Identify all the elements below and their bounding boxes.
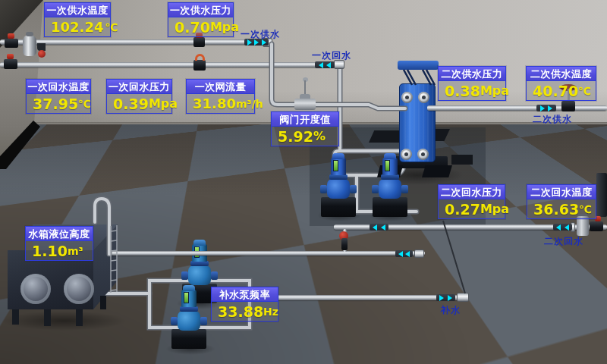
box-unit: m³/h xyxy=(236,98,263,110)
data-box-primary-flow: 一次网流量 31.80m³/h xyxy=(186,79,255,114)
flow-arrows xyxy=(370,224,388,231)
data-box-secondary-supply-temp: 二次供水温度 40.70℃ xyxy=(526,66,596,101)
box-title: 一次供水温度 xyxy=(45,3,110,17)
box-title: 二次回水压力 xyxy=(439,185,505,199)
box-value-row: 31.80m³/h xyxy=(187,94,254,113)
box-unit: ℃ xyxy=(78,98,91,110)
flow-arrows xyxy=(395,250,413,257)
box-value-row: 37.95℃ xyxy=(27,94,90,113)
sensor-leader-line xyxy=(443,221,465,293)
data-box-secondary-supply-pressure: 二次供水压力 0.38Mpa xyxy=(438,66,506,101)
box-value-row: 33.88Hz xyxy=(212,302,278,321)
label-primary-return: 一次回水 xyxy=(312,49,351,62)
control-valve[interactable] xyxy=(294,99,316,110)
valve-red-cap xyxy=(8,33,14,39)
return-valve[interactable] xyxy=(590,221,603,231)
valve-handle xyxy=(195,54,205,61)
butterfly-valve[interactable] xyxy=(193,60,206,71)
box-unit: Mpa xyxy=(480,83,509,98)
box-title: 二次回水温度 xyxy=(527,185,596,199)
box-title: 一次网流量 xyxy=(187,80,254,94)
box-value: 40.70 xyxy=(533,83,578,99)
box-value-row: 0.39Mpa xyxy=(107,94,171,113)
box-value: 5.92 xyxy=(278,128,313,145)
gate-valve[interactable] xyxy=(561,101,575,111)
box-title: 一次供水压力 xyxy=(168,3,233,17)
label-secondary-supply: 二次供水 xyxy=(533,113,572,126)
box-unit: % xyxy=(313,129,326,143)
box-unit: Mpa xyxy=(480,202,509,216)
exchanger-tie-rods xyxy=(404,70,435,85)
box-value: 0.39 xyxy=(113,96,149,112)
box-value: 0.27 xyxy=(445,201,480,218)
box-value: 37.95 xyxy=(33,96,78,112)
box-value-row: 40.70℃ xyxy=(527,81,596,100)
box-title: 阀门开度值 xyxy=(272,112,338,127)
label-makeup: 补水 xyxy=(441,304,461,317)
ball-valve[interactable] xyxy=(5,39,18,48)
box-unit: ℃ xyxy=(105,21,118,33)
branch-valve-body xyxy=(341,238,348,250)
drain-valve[interactable] xyxy=(38,50,46,58)
box-value: 1.10 xyxy=(32,243,68,259)
flow-arrows xyxy=(553,224,572,231)
box-unit: ℃ xyxy=(579,203,592,215)
box-value-row: 1.10m³ xyxy=(26,241,93,260)
data-box-primary-supply-pressure: 一次供水压力 0.70Mpa xyxy=(168,2,234,37)
butterfly-valve[interactable] xyxy=(193,37,205,47)
data-box-primary-return-pressure: 一次回水压力 0.39Mpa xyxy=(106,79,172,114)
hmi-heat-station-screen: 一次供水 一次回水 二次供水 二次回水 补水 一次供水温度 102.24℃ 一次… xyxy=(0,0,607,364)
label-secondary-return: 二次回水 xyxy=(544,235,583,248)
box-title: 一次回水压力 xyxy=(107,80,171,94)
box-unit: ℃ xyxy=(578,85,591,97)
box-unit: Mpa xyxy=(210,20,239,34)
box-value-row: 0.38Mpa xyxy=(439,81,505,100)
box-title: 二次供水压力 xyxy=(439,67,505,81)
box-value-row: 102.24℃ xyxy=(45,17,110,36)
flow-arrows xyxy=(536,105,556,111)
strainer-cap xyxy=(26,32,33,36)
box-title: 二次供水温度 xyxy=(527,67,596,81)
box-value-row: 36.63℃ xyxy=(527,199,596,218)
box-value-row: 0.27Mpa xyxy=(439,199,505,218)
data-box-makeup-pump-freq: 补水泵频率 33.88Hz xyxy=(211,287,278,322)
data-box-primary-return-temp: 一次回水温度 37.95℃ xyxy=(26,79,91,114)
box-title: 补水泵频率 xyxy=(212,287,278,302)
box-title: 一次回水温度 xyxy=(27,80,90,94)
data-box-secondary-return-temp: 二次回水温度 36.63℃ xyxy=(527,184,596,219)
valve-red-cap xyxy=(7,54,14,59)
label-primary-supply: 一次供水 xyxy=(241,28,280,41)
box-unit: Mpa xyxy=(149,96,178,111)
box-value: 31.80 xyxy=(193,96,236,111)
pipe-runs-over xyxy=(0,0,607,364)
data-box-secondary-return-pressure: 二次回水压力 0.27Mpa xyxy=(438,184,505,219)
box-value-row: 5.92% xyxy=(272,127,338,146)
box-value: 36.63 xyxy=(533,201,579,218)
ball-valve[interactable] xyxy=(4,59,17,69)
strainer-pot[interactable] xyxy=(23,35,36,56)
box-unit: Hz xyxy=(263,306,278,318)
data-box-primary-supply-temp: 一次供水温度 102.24℃ xyxy=(44,2,111,37)
box-value: 33.88 xyxy=(218,303,263,320)
box-value: 102.24 xyxy=(51,19,103,35)
flow-arrows xyxy=(436,294,455,301)
box-title: 水箱液位高度 xyxy=(26,227,93,241)
box-unit: m³ xyxy=(68,245,83,257)
box-value: 0.38 xyxy=(445,83,480,99)
box-value-row: 0.70Mpa xyxy=(168,17,233,36)
data-box-valve-opening: 阀门开度值 5.92% xyxy=(271,111,339,146)
flow-arrows xyxy=(315,61,335,68)
box-value: 0.70 xyxy=(175,19,210,36)
data-box-tank-level: 水箱液位高度 1.10m³ xyxy=(25,226,93,261)
